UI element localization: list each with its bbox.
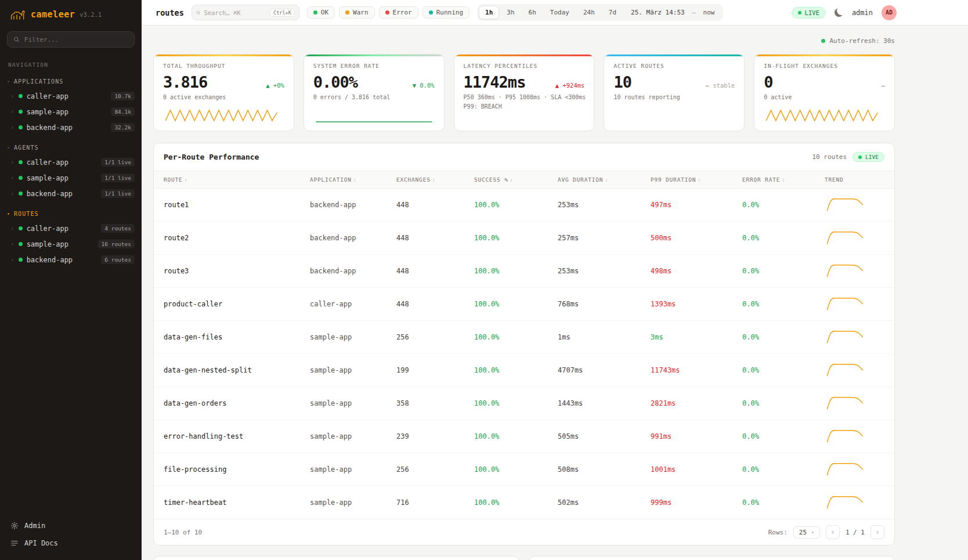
range-1h[interactable]: 1h (479, 6, 499, 19)
sort-icon: ↕ (510, 177, 514, 183)
cell-p99-duration: 2821ms (645, 387, 736, 420)
trend-sparkline (825, 263, 866, 279)
cell-error-rate: 0.0% (736, 387, 819, 420)
cell-error-rate: 0.0% (736, 255, 819, 288)
status-dot (19, 258, 23, 262)
column-header-avg-duration[interactable]: AVG DURATION↕ (552, 171, 645, 189)
section-header-routes[interactable]: ▾ ROUTES (0, 201, 142, 221)
user-name: admin (852, 9, 873, 17)
filter-chip-ok[interactable]: OK (307, 6, 335, 19)
search-shortcut: Ctrl+K (270, 9, 295, 17)
column-header-application[interactable]: APPLICATION↕ (304, 171, 391, 189)
status-filter-chips: OK Warn Error Running (307, 6, 469, 19)
item-badge: 84.1k (111, 107, 135, 116)
chevron-right-icon: › (10, 190, 15, 197)
error-dot (385, 10, 389, 15)
trend-sparkline (825, 395, 866, 411)
cell-success: 100.0% (468, 189, 552, 222)
api-docs-link[interactable]: API Docs (0, 534, 142, 552)
status-dot (19, 160, 23, 164)
table-row[interactable]: product-caller caller-app 448 100.0% 768… (154, 288, 895, 321)
cell-application: sample-app (304, 486, 391, 519)
table-row[interactable]: timer-heartbeat sample-app 716 100.0% 50… (154, 486, 895, 519)
kpi-inflight-exchanges[interactable]: IN-FLIGHT EXCHANGES 0 ↔ 0 active (754, 54, 895, 131)
sidebar-item-routes-backend-app[interactable]: › backend-app 6 routes (0, 252, 142, 268)
sidebar-item-agent-backend-app[interactable]: › backend-app 1/1 live (0, 186, 142, 201)
avatar[interactable]: AD (882, 5, 897, 20)
cell-exchanges: 448 (391, 222, 468, 255)
sidebar-item-agent-sample-app[interactable]: › sample-app 1/1 live (0, 170, 142, 186)
kpi-error-rate[interactable]: SYSTEM ERROR RATE 0.00% ▼ 0.0% 0 errors … (304, 54, 445, 131)
global-search[interactable]: Ctrl+K (192, 5, 299, 20)
table-row[interactable]: error-handling-test sample-app 239 100.0… (154, 420, 895, 453)
column-header-error-rate[interactable]: ERROR RATE↕ (736, 171, 819, 189)
cell-exchanges: 256 (391, 321, 468, 354)
sidebar-item-routes-caller-app[interactable]: › caller-app 4 routes (0, 221, 142, 236)
caret-down-icon: ▾ (7, 145, 10, 150)
kpi-subtext: 0 active exchanges (163, 94, 284, 100)
cell-success: 100.0% (468, 288, 552, 321)
sidebar-item-caller-app[interactable]: › caller-app 10.7k (0, 88, 142, 104)
table-row[interactable]: route3 backend-app 448 100.0% 253ms 498m… (154, 255, 895, 288)
cell-exchanges: 716 (391, 486, 468, 519)
filter-chip-error[interactable]: Error (379, 6, 418, 19)
throughput-sparkline (163, 104, 284, 125)
table-row[interactable]: data-gen-files sample-app 256 100.0% 1ms… (154, 321, 895, 354)
status-dot (19, 110, 23, 114)
column-header-success[interactable]: SUCCESS %↕ (468, 171, 552, 189)
kpi-latency-percentiles[interactable]: LATENCY PERCENTILES 11742ms ▲ +924ms P50… (454, 54, 595, 131)
time-range-picker: 1h 3h 6h Today 24h 7d 25. März 14:53 — n… (477, 4, 723, 21)
table-row[interactable]: route1 backend-app 448 100.0% 253ms 497m… (154, 189, 895, 222)
page-title: routes (156, 8, 184, 17)
table-row[interactable]: data-gen-nested-split sample-app 199 100… (154, 354, 895, 387)
column-header-route[interactable]: ROUTE↕ (154, 171, 304, 189)
column-header-p99-duration[interactable]: P99 DURATION↕ (645, 171, 736, 189)
table-row[interactable]: file-processing sample-app 256 100.0% 50… (154, 453, 895, 486)
section-header-applications[interactable]: ▾ APPLICATIONS (0, 69, 142, 88)
admin-link[interactable]: Admin (0, 517, 142, 534)
cell-exchanges: 256 (391, 453, 468, 486)
rows-per-page-select[interactable]: 25 ▾ (793, 526, 820, 539)
accent-strip (154, 55, 294, 56)
filter-chip-running[interactable]: Running (422, 6, 469, 19)
column-header-exchanges[interactable]: EXCHANGES↕ (391, 171, 468, 189)
section-header-agents[interactable]: ▾ AGENTS (0, 135, 142, 154)
range-start: 25. März 14:53 (631, 9, 685, 16)
search-input[interactable] (204, 9, 266, 16)
app-version: v3.2.1 (80, 11, 102, 18)
live-indicator[interactable]: LIVE (792, 7, 826, 19)
live-dot (798, 11, 801, 15)
ok-dot (313, 10, 317, 15)
sidebar-item-agent-caller-app[interactable]: › caller-app 1/1 live (0, 154, 142, 170)
dark-mode-toggle-icon[interactable] (835, 8, 843, 17)
kpi-total-throughput[interactable]: TOTAL THROUGHPUT 3.816 ▲ +0% 0 active ex… (153, 54, 294, 131)
item-label: caller-app (27, 225, 68, 233)
date-range-display[interactable]: 25. März 14:53 — now (624, 9, 721, 16)
next-page-button[interactable]: › (871, 525, 884, 539)
cell-avg-duration: 1ms (552, 321, 645, 354)
filter-chip-warn[interactable]: Warn (339, 6, 375, 19)
range-3h[interactable]: 3h (500, 6, 521, 19)
table-row[interactable]: route2 backend-app 448 100.0% 257ms 500m… (154, 222, 895, 255)
kpi-active-routes[interactable]: ACTIVE ROUTES 10 ↔ stable 10 routes repo… (604, 54, 745, 131)
sidebar-item-backend-app[interactable]: › backend-app 32.2k (0, 120, 142, 135)
range-today[interactable]: Today (544, 6, 576, 19)
sidebar-item-routes-sample-app[interactable]: › sample-app 16 routes (0, 236, 142, 252)
inflight-sparkline (764, 104, 885, 125)
sidebar-filter[interactable] (7, 31, 135, 48)
cell-avg-duration: 505ms (552, 420, 645, 453)
sidebar-item-sample-app[interactable]: › sample-app 84.1k (0, 104, 142, 120)
range-7d[interactable]: 7d (602, 6, 623, 19)
range-24h[interactable]: 24h (577, 6, 601, 19)
table-row[interactable]: data-gen-orders sample-app 358 100.0% 14… (154, 387, 895, 420)
trend-sparkline (825, 197, 866, 213)
cell-trend (819, 222, 895, 255)
sidebar-filter-input[interactable] (24, 36, 128, 44)
cell-success: 100.0% (468, 321, 552, 354)
prev-page-button[interactable]: ‹ (826, 525, 840, 539)
trend-sparkline (825, 461, 866, 478)
cell-success: 100.0% (468, 354, 552, 387)
cell-error-rate: 0.0% (736, 354, 819, 387)
range-6h[interactable]: 6h (522, 6, 543, 19)
throughput-chart-title: THROUGHPUT (MSG/S) (154, 557, 519, 560)
